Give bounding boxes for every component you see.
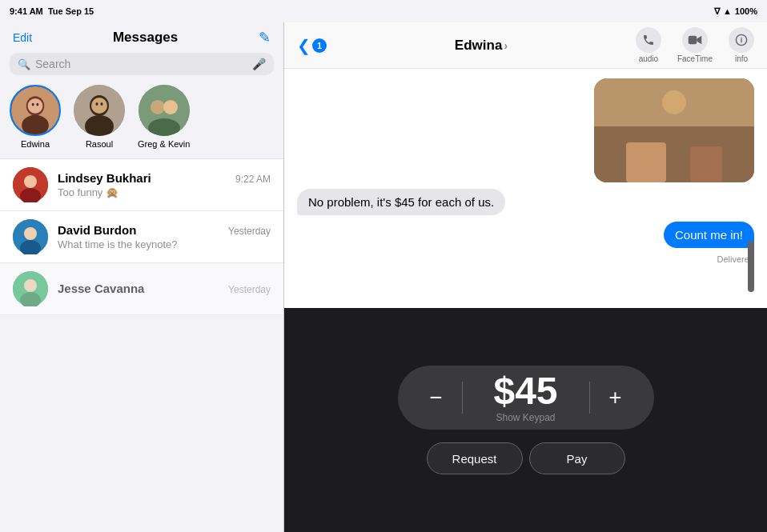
svg-point-23: [24, 279, 37, 292]
sidebar: Edit Messages ✎ 🔍 Search 🎤: [0, 22, 284, 532]
chat-panel: ❮ 1 Edwina › audio: [284, 22, 767, 532]
svg-point-3: [28, 98, 43, 114]
status-indicators: ∇ ▲ 100%: [714, 6, 757, 17]
search-bar[interactable]: 🔍 Search 🎤: [10, 53, 274, 75]
facetime-label: FaceTime: [677, 54, 713, 63]
request-button[interactable]: Request: [427, 442, 523, 474]
svg-rect-25: [689, 36, 697, 45]
msg-header-jesse: Jesse Cavanna Yesterday: [58, 282, 271, 295]
msg-name-david: David Burdon: [58, 223, 136, 237]
search-placeholder: Search: [35, 58, 247, 70]
apple-pay-overlay: − $45 Show Keypad + Request Pay: [284, 308, 767, 532]
svg-rect-30: [690, 146, 722, 182]
audio-label: audio: [639, 54, 658, 63]
chat-photo: [594, 78, 754, 182]
msg-header-lindsey: Lindsey Bukhari 9:22 AM: [58, 171, 271, 185]
video-icon: [682, 27, 708, 53]
svg-point-14: [163, 100, 178, 114]
contact-name-rasoul: Rasoul: [86, 139, 113, 149]
amount-control: − $45 Show Keypad +: [398, 366, 654, 430]
show-keypad-label[interactable]: Show Keypad: [496, 412, 555, 423]
msg-preview-lindsey: Too funny 🙊: [58, 186, 271, 198]
facetime-button[interactable]: FaceTime: [677, 27, 713, 63]
microphone-icon[interactable]: 🎤: [252, 58, 266, 70]
svg-point-17: [24, 175, 37, 188]
contact-rasoul[interactable]: Rasoul: [74, 85, 125, 149]
status-time: 9:41 AM Tue Sep 15: [10, 6, 94, 16]
conversation-content-david: David Burdon Yesterday What time is the …: [58, 223, 271, 250]
sidebar-header: Edit Messages ✎: [0, 22, 283, 50]
conversation-lindsey[interactable]: Lindsey Bukhari 9:22 AM Too funny 🙊: [0, 158, 283, 211]
search-icon: 🔍: [18, 58, 30, 70]
home-button[interactable]: [748, 241, 754, 292]
pay-button[interactable]: Pay: [529, 442, 625, 474]
msg-name-lindsey: Lindsey Bukhari: [58, 171, 151, 185]
chat-header: ❮ 1 Edwina › audio: [284, 22, 767, 69]
avatar-greg-kevin: [139, 85, 190, 136]
msg-preview-david: What time is the keynote?: [58, 238, 271, 250]
avatar-lindsey: [13, 167, 48, 202]
status-bar: 9:41 AM Tue Sep 15 ∇ ▲ 100%: [0, 0, 767, 22]
audio-call-button[interactable]: audio: [636, 27, 661, 63]
msg-header-david: David Burdon Yesterday: [58, 223, 271, 237]
edit-button[interactable]: Edit: [13, 31, 32, 44]
pay-buttons: Request Pay: [427, 442, 625, 474]
avatar-rasoul: [74, 85, 125, 136]
amount-value: $45: [493, 372, 557, 410]
conversation-content-lindsey: Lindsey Bukhari 9:22 AM Too funny 🙊: [58, 171, 271, 198]
recent-contacts: Edwina Rasoul: [0, 82, 283, 158]
divider-left: [462, 382, 463, 414]
contact-name-edwina: Edwina: [21, 139, 50, 149]
chevron-right-icon: ›: [504, 39, 508, 52]
app-container: 9:41 AM Tue Sep 15 ∇ ▲ 100% Edit Message…: [0, 0, 767, 532]
back-badge: 1: [312, 38, 327, 53]
chat-contact-name: Edwina ›: [455, 38, 508, 54]
avatar-edwina: [10, 85, 61, 136]
signal-icon: ▲: [723, 6, 732, 16]
msg-time-lindsey: 9:22 AM: [235, 174, 271, 185]
sidebar-title: Messages: [32, 30, 259, 46]
back-button[interactable]: ❮ 1: [297, 36, 327, 55]
info-label: info: [735, 54, 748, 63]
chat-actions: audio FaceTime: [636, 27, 754, 63]
info-icon: [729, 27, 754, 53]
avatar-david: [13, 219, 48, 254]
svg-point-13: [151, 100, 165, 114]
amount-center: $45 Show Keypad: [469, 372, 583, 423]
conversation-david[interactable]: David Burdon Yesterday What time is the …: [0, 211, 283, 263]
received-bubble: No problem, it's $45 for each of us.: [297, 189, 505, 215]
svg-point-5: [36, 103, 38, 106]
chevron-left-icon: ❮: [297, 36, 311, 55]
sent-bubble: Count me in!: [664, 222, 754, 248]
battery-icon: 100%: [735, 6, 757, 16]
msg-time-jesse: Yesterday: [228, 284, 271, 295]
conversation-content-jesse: Jesse Cavanna Yesterday: [58, 282, 271, 297]
messages-layout: Edit Messages ✎ 🔍 Search 🎤: [0, 22, 767, 532]
msg-time-david: Yesterday: [228, 226, 271, 237]
svg-point-2: [22, 115, 49, 136]
conversation-jesse[interactable]: Jesse Cavanna Yesterday: [0, 263, 283, 315]
minus-button[interactable]: −: [417, 378, 456, 417]
svg-rect-28: [594, 126, 754, 182]
svg-rect-29: [626, 142, 666, 182]
contact-greg-kevin[interactable]: Greg & Kevin: [138, 85, 190, 149]
svg-point-4: [32, 103, 34, 106]
conversation-list: Lindsey Bukhari 9:22 AM Too funny 🙊: [0, 158, 283, 532]
svg-point-9: [96, 102, 98, 106]
info-button[interactable]: info: [729, 27, 754, 63]
svg-point-8: [91, 98, 107, 114]
plus-button[interactable]: +: [596, 378, 635, 417]
divider-right: [589, 382, 590, 414]
compose-button[interactable]: ✎: [259, 29, 271, 46]
phone-icon: [636, 27, 661, 53]
contact-edwina[interactable]: Edwina: [10, 85, 61, 149]
svg-point-10: [101, 102, 103, 106]
msg-name-jesse: Jesse Cavanna: [58, 282, 144, 295]
svg-point-31: [662, 90, 686, 114]
svg-point-20: [24, 227, 37, 240]
contact-name-greg-kevin: Greg & Kevin: [138, 139, 190, 149]
wifi-icon: ∇: [714, 6, 720, 17]
avatar-jesse: [13, 271, 48, 306]
